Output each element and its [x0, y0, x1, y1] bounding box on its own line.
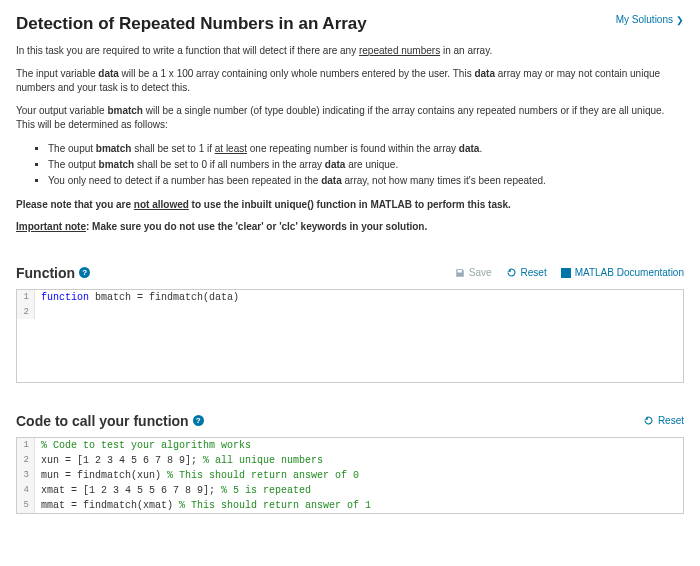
code-line: mmat = findmatch(xmat) % This should ret… [35, 498, 377, 513]
text: will be a 1 x 100 array containing only … [119, 68, 475, 79]
reset-call-button[interactable]: Reset [643, 415, 684, 426]
help-icon[interactable]: ? [79, 267, 90, 278]
text-underlined: not allowed [134, 199, 189, 210]
text-underlined: Important note [16, 221, 86, 232]
text-underlined: repeated numbers [359, 45, 440, 56]
text-underlined: at least [215, 143, 247, 154]
variable-name: data [459, 143, 480, 154]
comment: % This should return answer of 1 [179, 500, 371, 511]
comment: % all unique numbers [203, 455, 323, 466]
gutter-line-number: 2 [17, 453, 35, 468]
reset-icon [643, 415, 654, 426]
text-bold: : Make sure you do not use the 'clear' o… [86, 221, 427, 232]
code-text: bmatch = findmatch(data) [89, 292, 239, 303]
variable-name: data [98, 68, 119, 79]
save-icon [455, 268, 465, 278]
variable-name: data [474, 68, 495, 79]
text: You only need to detect if a number has … [48, 175, 321, 186]
text: shall be set to 1 if [131, 143, 214, 154]
bullet-item: You only need to detect if a number has … [48, 173, 684, 188]
chevron-right-icon: ❯ [676, 15, 684, 25]
code-line: % Code to test your algorithm works [35, 438, 257, 453]
reset-icon [506, 267, 517, 278]
page-title: Detection of Repeated Numbers in an Arra… [16, 14, 367, 34]
text: In this task you are required to write a… [16, 45, 359, 56]
call-editor[interactable]: 1 % Code to test your algorithm works 2 … [16, 437, 684, 514]
text-bold: to use the inbuilt unique() function in … [189, 199, 511, 210]
text: The ouput [48, 143, 96, 154]
gutter-line-number: 4 [17, 483, 35, 498]
code-line: xmat = [1 2 3 4 5 5 6 7 8 9]; % 5 is rep… [35, 483, 317, 498]
code-text: xmat = [1 2 3 4 5 5 6 7 8 9]; [41, 485, 221, 496]
variable-name: bmatch [99, 159, 135, 170]
matlab-docs-link[interactable]: MATLAB Documentation [561, 267, 684, 278]
code-text: mmat = findmatch(xmat) [41, 500, 179, 511]
code-line: function bmatch = findmatch(data) [35, 290, 245, 305]
text: one repeating number is found within the… [247, 143, 459, 154]
gutter-line-number: 2 [17, 305, 35, 319]
function-section-title: Function [16, 265, 75, 281]
variable-name: data [325, 159, 346, 170]
code-line: mun = findmatch(xun) % This should retur… [35, 468, 365, 483]
code-line: xun = [1 2 3 4 5 6 7 8 9]; % all unique … [35, 453, 329, 468]
text: are unique. [345, 159, 398, 170]
text: shall be set to 0 if all numbers in the … [134, 159, 325, 170]
comment: % This should return answer of 0 [167, 470, 359, 481]
reset-button[interactable]: Reset [506, 267, 547, 278]
code-text: mun = findmatch(xun) [41, 470, 167, 481]
code-line [35, 305, 47, 319]
gutter-line-number: 1 [17, 438, 35, 453]
bullet-item: The ouput bmatch shall be set to 1 if at… [48, 141, 684, 156]
keyword: function [41, 292, 89, 303]
text: The input variable [16, 68, 98, 79]
text: Your output variable [16, 105, 107, 116]
text-bold: Please note that you are [16, 199, 134, 210]
reset-label: Reset [658, 415, 684, 426]
variable-name: bmatch [96, 143, 132, 154]
text: in an array. [440, 45, 492, 56]
variable-name: bmatch [107, 105, 143, 116]
comment: % 5 is repeated [221, 485, 311, 496]
bullet-item: The output bmatch shall be set to 0 if a… [48, 157, 684, 172]
help-icon[interactable]: ? [193, 415, 204, 426]
gutter-line-number: 1 [17, 290, 35, 305]
gutter-line-number: 3 [17, 468, 35, 483]
code-text: xun = [1 2 3 4 5 6 7 8 9]; [41, 455, 203, 466]
text: array, not how many times it's been repe… [342, 175, 546, 186]
comment: % Code to test your algorithm works [41, 440, 251, 451]
text: The output [48, 159, 99, 170]
save-label: Save [469, 267, 492, 278]
problem-description: In this task you are required to write a… [16, 44, 684, 235]
my-solutions-link[interactable]: My Solutions ❯ [616, 14, 684, 25]
book-icon [561, 268, 571, 278]
my-solutions-label: My Solutions [616, 14, 673, 25]
call-section-title: Code to call your function [16, 413, 189, 429]
text: . [479, 143, 482, 154]
gutter-line-number: 5 [17, 498, 35, 513]
reset-label: Reset [521, 267, 547, 278]
variable-name: data [321, 175, 342, 186]
function-editor[interactable]: 1 function bmatch = findmatch(data) 2 [16, 289, 684, 383]
docs-label: MATLAB Documentation [575, 267, 684, 278]
save-button[interactable]: Save [455, 267, 492, 278]
